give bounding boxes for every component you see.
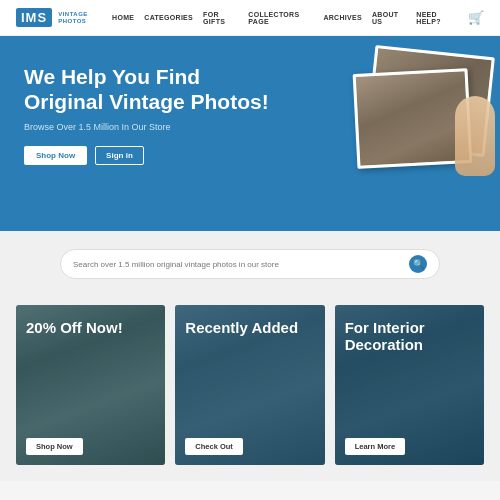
hero-headline: We Help You Find Original Vintage Photos… bbox=[24, 64, 273, 114]
cart-icon[interactable]: 🛒 bbox=[468, 10, 484, 25]
hero-section: We Help You Find Original Vintage Photos… bbox=[0, 36, 500, 231]
card-btn-1[interactable]: Shop Now bbox=[26, 438, 83, 455]
card-title-1: 20% Off Now! bbox=[26, 319, 155, 336]
nav-archives[interactable]: ARCHIVES bbox=[323, 14, 362, 21]
card-interior: For Interior Decoration Learn More bbox=[335, 305, 484, 465]
card-btn-2[interactable]: Check Out bbox=[185, 438, 243, 455]
search-section: 🔍 bbox=[0, 231, 500, 297]
card-content-2: Recently Added Check Out bbox=[175, 305, 324, 465]
photo-stack bbox=[335, 46, 490, 206]
search-bar: 🔍 bbox=[60, 249, 440, 279]
search-button[interactable]: 🔍 bbox=[409, 255, 427, 273]
card-recently-added: Recently Added Check Out bbox=[175, 305, 324, 465]
card-title-2: Recently Added bbox=[185, 319, 314, 336]
logo-subtitle: VINTAGE PHOTOS bbox=[58, 11, 112, 24]
card-content-3: For Interior Decoration Learn More bbox=[335, 305, 484, 465]
nav-links: HOME CATEGORIES FOR GIFTS COLLECTORS PAG… bbox=[112, 10, 484, 25]
nav-for-gifts[interactable]: FOR GIFTS bbox=[203, 11, 238, 25]
hero-subtext: Browse Over 1.5 Million In Our Store bbox=[24, 122, 273, 132]
hero-text: We Help You Find Original Vintage Photos… bbox=[24, 64, 273, 165]
nav-collectors[interactable]: COLLECTORS PAGE bbox=[248, 11, 313, 25]
hero-buttons: Shop Now Sign in bbox=[24, 146, 273, 165]
photo-front-img bbox=[356, 71, 470, 166]
search-input[interactable] bbox=[73, 260, 409, 269]
card-content-1: 20% Off Now! Shop Now bbox=[16, 305, 165, 465]
shop-now-button[interactable]: Shop Now bbox=[24, 146, 87, 165]
nav-about[interactable]: ABOUT US bbox=[372, 11, 406, 25]
nav-help[interactable]: NEED HELP? bbox=[416, 11, 458, 25]
navbar: IMS VINTAGE PHOTOS HOME CATEGORIES FOR G… bbox=[0, 0, 500, 36]
card-discount: 20% Off Now! Shop Now bbox=[16, 305, 165, 465]
card-btn-3[interactable]: Learn More bbox=[345, 438, 405, 455]
cards-section: 20% Off Now! Shop Now Recently Added Che… bbox=[0, 297, 500, 481]
nav-categories[interactable]: CATEGORIES bbox=[144, 14, 193, 21]
sign-in-button[interactable]: Sign in bbox=[95, 146, 144, 165]
nav-home[interactable]: HOME bbox=[112, 14, 134, 21]
logo: IMS bbox=[16, 8, 52, 27]
hand-silhouette bbox=[455, 96, 495, 176]
logo-area: IMS VINTAGE PHOTOS bbox=[16, 8, 112, 27]
card-title-3: For Interior Decoration bbox=[345, 319, 474, 354]
hero-image bbox=[335, 46, 490, 206]
